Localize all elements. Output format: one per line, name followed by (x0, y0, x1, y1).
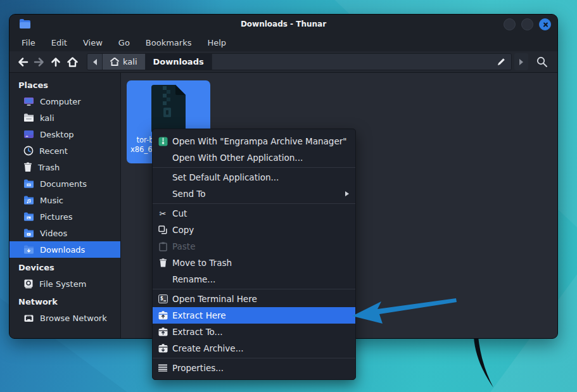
breadcrumb-scroll-left-button[interactable] (87, 54, 103, 70)
sidebar-label: Recent (39, 146, 68, 156)
submenu-arrow-icon (345, 191, 349, 196)
chevron-left-icon (92, 59, 98, 65)
home-button[interactable] (64, 54, 80, 70)
forward-arrow-icon (34, 57, 45, 67)
close-button[interactable] (539, 18, 551, 30)
sidebar-item-videos[interactable]: Videos (10, 225, 120, 241)
menu-item-label: Open With Other Application... (172, 153, 303, 163)
menu-icon-placeholder (158, 189, 168, 199)
music-folder-icon (23, 196, 34, 205)
path-entry[interactable] (212, 54, 511, 70)
sidebar-label: kali (40, 113, 54, 123)
menu-item-label: Rename... (172, 274, 215, 284)
downloads-folder-icon (23, 245, 34, 254)
videos-folder-icon (23, 229, 34, 237)
breadcrumb-scroll-right-button[interactable] (514, 53, 528, 70)
menu-item-create-archive[interactable]: Create Archive... (153, 340, 355, 357)
menu-item-extract-here[interactable]: Extract Here (153, 307, 355, 324)
menu-view[interactable]: View (83, 38, 103, 47)
create-archive-icon (158, 343, 168, 353)
paste-icon (158, 241, 168, 251)
sidebar-item-kali[interactable]: kali (10, 110, 120, 126)
menu-bookmarks[interactable]: Bookmarks (146, 38, 192, 47)
sidebar-item-trash[interactable]: Trash (10, 159, 120, 175)
sidebar-label: Browse Network (40, 313, 107, 323)
search-button[interactable] (532, 53, 551, 70)
sidebar-label: Desktop (40, 130, 74, 139)
desktop-icon (23, 130, 34, 139)
pictures-folder-icon (23, 212, 34, 221)
drive-icon (23, 279, 34, 289)
menu-item-cut[interactable]: ✂ Cut (153, 205, 355, 222)
copy-icon (158, 225, 168, 235)
sidebar-header-network: Network (10, 293, 120, 310)
breadcrumb-kali[interactable]: kali (103, 54, 146, 70)
menu-go[interactable]: Go (118, 38, 130, 47)
menu-item-label: Extract Here (172, 310, 226, 320)
menu-help[interactable]: Help (207, 38, 226, 47)
menu-item-move-to-trash[interactable]: Move to Trash (153, 255, 355, 271)
menu-item-open-with-engrampa[interactable]: Open With "Engrampa Archive Manager" (153, 133, 355, 149)
sidebar-label: File System (39, 279, 86, 289)
sidebar-item-browse-network[interactable]: Browse Network (10, 310, 120, 326)
menu-item-extract-to[interactable]: Extract To... (153, 324, 355, 340)
menu-item-open-with-other[interactable]: Open With Other Application... (153, 149, 355, 166)
documents-folder-icon (23, 179, 34, 188)
sidebar-label: Trash (38, 163, 60, 172)
forward-button[interactable] (31, 54, 48, 70)
sidebar-item-desktop[interactable]: Desktop (10, 126, 120, 142)
sidebar-label: Documents (40, 179, 87, 189)
terminal-icon: $ (158, 294, 168, 304)
window-title: Downloads - Thunar (10, 20, 557, 28)
sidebar-item-computer[interactable]: Computer (10, 93, 120, 110)
sidebar-item-music[interactable]: Music (10, 192, 120, 208)
edit-path-pencil-icon[interactable] (497, 57, 506, 66)
up-button[interactable] (48, 54, 64, 70)
menu-separator (153, 203, 355, 204)
context-menu: Open With "Engrampa Archive Manager" Ope… (152, 129, 356, 380)
menu-item-label: Copy (172, 225, 194, 235)
engrampa-icon (158, 136, 168, 146)
menu-item-set-default-application[interactable]: Set Default Application... (153, 169, 355, 186)
sidebar: Places Computer kali (10, 73, 121, 339)
breadcrumb-kali-label: kali (123, 57, 137, 66)
back-button[interactable] (15, 54, 31, 70)
menu-item-properties[interactable]: Properties... (153, 360, 355, 376)
maximize-button[interactable] (521, 18, 533, 30)
menu-item-label: Move to Trash (172, 258, 232, 268)
breadcrumb-downloads[interactable]: Downloads (146, 54, 212, 70)
menu-item-label: Extract To... (172, 327, 223, 337)
menu-item-rename[interactable]: Rename... (153, 271, 355, 288)
menu-item-label: Create Archive... (172, 343, 244, 353)
menu-file[interactable]: File (22, 38, 35, 47)
menu-item-send-to[interactable]: Send To (153, 186, 355, 202)
sidebar-item-recent[interactable]: Recent (10, 142, 120, 159)
network-icon (23, 313, 34, 323)
minimize-button[interactable] (504, 18, 516, 30)
menu-edit[interactable]: Edit (51, 38, 67, 47)
menu-item-open-terminal-here[interactable]: $ Open Terminal Here (153, 291, 355, 307)
svg-text:$: $ (160, 296, 163, 301)
chevron-right-icon (519, 59, 524, 65)
titlebar[interactable]: Downloads - Thunar (10, 15, 557, 34)
breadcrumb-downloads-label: Downloads (153, 57, 204, 66)
toolbar: kali Downloads (10, 51, 557, 73)
menu-item-copy[interactable]: Copy (153, 222, 355, 238)
sidebar-label: Music (40, 196, 63, 205)
menu-icon-placeholder (158, 172, 168, 182)
archive-file-icon (149, 85, 188, 133)
sidebar-item-documents[interactable]: Documents (10, 175, 120, 192)
menu-item-paste[interactable]: Paste (153, 238, 355, 255)
sidebar-item-pictures[interactable]: Pictures (10, 208, 120, 225)
sidebar-label: Pictures (40, 212, 72, 222)
sidebar-item-downloads[interactable]: Downloads (10, 241, 120, 258)
computer-icon (23, 97, 34, 106)
sidebar-label: Videos (40, 229, 67, 238)
menu-item-label: Open Terminal Here (172, 294, 257, 304)
sidebar-item-file-system[interactable]: File System (10, 275, 120, 292)
home-folder-icon (23, 113, 34, 122)
menubar: File Edit View Go Bookmarks Help (10, 34, 557, 51)
menu-item-label: Set Default Application... (172, 172, 279, 182)
trash-icon (23, 162, 32, 172)
sidebar-header-places: Places (10, 77, 120, 93)
